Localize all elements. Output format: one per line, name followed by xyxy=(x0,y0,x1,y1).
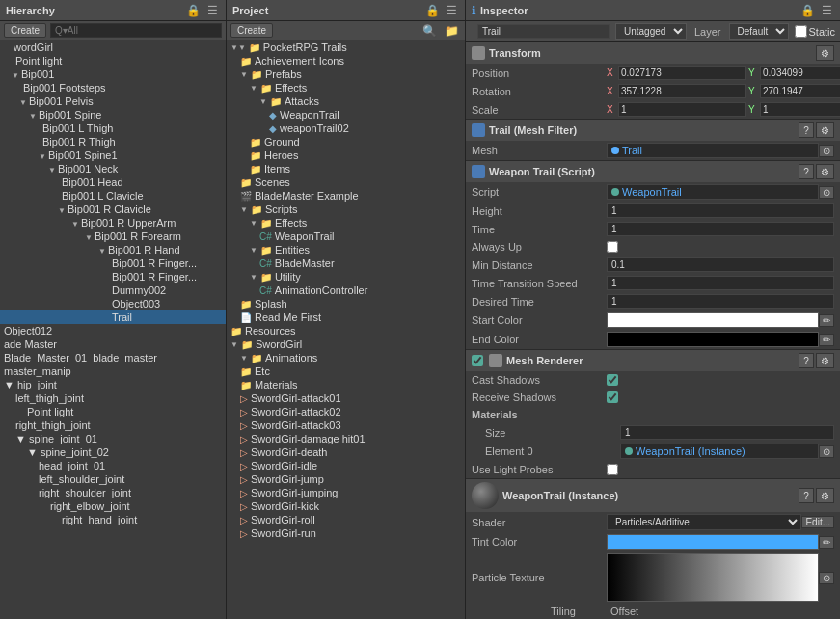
list-item[interactable]: ◆ WeaponTrail xyxy=(227,108,465,121)
list-item[interactable]: Trail xyxy=(0,310,226,324)
height-input[interactable] xyxy=(607,203,834,218)
list-item[interactable]: Bip001 L Thigh xyxy=(0,121,226,135)
list-item[interactable]: ▷ SwordGirl-attack03 xyxy=(227,418,465,432)
mesh-renderer-enabled-checkbox[interactable] xyxy=(472,355,483,366)
mesh-pick-button[interactable]: ⊙ xyxy=(819,145,834,157)
scale-x-input[interactable] xyxy=(618,102,746,117)
list-item[interactable]: Bip001 Neck xyxy=(0,162,226,175)
list-item[interactable]: left_thigh_joint xyxy=(0,391,226,405)
list-item[interactable]: C# AnimationController xyxy=(227,283,465,297)
list-item[interactable]: Bip001 R Clavicle xyxy=(0,202,226,216)
list-item[interactable]: ▷ SwordGirl-attack01 xyxy=(227,391,465,405)
weapon-trail-instance-help-icon[interactable]: ? xyxy=(799,488,814,503)
list-item[interactable]: ▼📁Animations xyxy=(227,351,465,364)
particle-texture-pick-button[interactable]: ⊙ xyxy=(819,572,834,584)
list-item[interactable]: wordGirl xyxy=(0,40,226,54)
list-item[interactable]: 📁Etc xyxy=(227,364,465,378)
list-item[interactable]: Bip001 xyxy=(0,67,226,81)
inspector-menu-icon[interactable]: ☰ xyxy=(820,4,834,17)
trail-mesh-filter-header[interactable]: Trail (Mesh Filter) ? ⚙ xyxy=(466,120,840,141)
scale-y-input[interactable] xyxy=(760,102,840,117)
list-item[interactable]: 📁Ground xyxy=(227,135,465,148)
project-menu-icon[interactable]: ☰ xyxy=(445,4,459,17)
transform-header[interactable]: Transform ⚙ xyxy=(466,42,840,64)
size-input[interactable] xyxy=(620,425,834,440)
list-item[interactable]: Bip001 Head xyxy=(0,175,226,189)
min-distance-input[interactable] xyxy=(607,257,834,272)
list-item[interactable]: ▼📁Prefabs xyxy=(227,67,465,81)
tint-color-pick-button[interactable]: ✏ xyxy=(819,536,834,549)
mesh-value[interactable]: Trail xyxy=(607,143,819,158)
weapon-trail-script-header[interactable]: Weapon Trail (Script) ? ⚙ xyxy=(466,161,840,182)
list-item[interactable]: ▼📁Attacks xyxy=(227,94,465,108)
tag-dropdown[interactable]: Untagged xyxy=(615,23,687,40)
list-item[interactable]: Object012 xyxy=(0,324,226,337)
list-item[interactable]: ▷ SwordGirl-death xyxy=(227,445,465,459)
list-item[interactable]: ▼📁Entities xyxy=(227,243,465,256)
layer-dropdown[interactable]: Default xyxy=(729,23,789,40)
shader-dropdown[interactable]: Particles/Additive xyxy=(607,514,801,530)
script-pick-button[interactable]: ⊙ xyxy=(819,186,834,199)
list-item[interactable]: ▼📁PocketRPG Trails xyxy=(227,40,465,54)
pos-x-input[interactable] xyxy=(618,66,746,80)
hierarchy-lock-icon[interactable]: 🔒 xyxy=(184,4,203,17)
project-search-icon[interactable]: 🔍 xyxy=(420,24,439,38)
receive-shadows-checkbox[interactable] xyxy=(607,391,618,403)
hierarchy-search-input[interactable] xyxy=(50,23,222,38)
weapon-trail-instance-header[interactable]: WeaponTrail (Instance) ? ⚙ xyxy=(466,479,840,512)
rot-x-input[interactable] xyxy=(618,84,746,98)
list-item[interactable]: right_hand_joint xyxy=(0,513,226,526)
particle-texture-preview[interactable] xyxy=(607,553,819,602)
project-create-button[interactable]: Create xyxy=(230,23,273,38)
mesh-renderer-header[interactable]: Mesh Renderer ? ⚙ xyxy=(466,350,840,371)
inspector-lock-icon[interactable]: 🔒 xyxy=(799,4,817,17)
shader-edit-button[interactable]: Edit... xyxy=(801,516,834,528)
list-item[interactable]: Bip001 R Thigh xyxy=(0,135,226,148)
list-item[interactable]: ▷ SwordGirl-jump xyxy=(227,472,465,486)
weapon-trail-settings-icon[interactable]: ⚙ xyxy=(816,164,834,179)
list-item[interactable]: Bip001 Spine xyxy=(0,108,226,121)
list-item[interactable]: ▼ spine_joint_01 xyxy=(0,432,226,445)
trail-mesh-filter-settings-icon[interactable]: ⚙ xyxy=(816,122,834,138)
mesh-renderer-help-icon[interactable]: ? xyxy=(799,353,814,368)
list-item[interactable]: Bip001 R Finger... xyxy=(0,256,226,270)
list-item[interactable]: Bip001 R UpperArm xyxy=(0,216,226,229)
mesh-renderer-settings-icon[interactable]: ⚙ xyxy=(816,353,834,368)
project-folder-icon[interactable]: 📁 xyxy=(443,24,461,38)
list-item[interactable]: ▷ SwordGirl-idle xyxy=(227,459,465,472)
list-item[interactable]: right_thigh_joint xyxy=(0,418,226,432)
list-item[interactable]: Bip001 Spine1 xyxy=(0,148,226,162)
transform-settings-icon[interactable]: ⚙ xyxy=(816,45,834,61)
list-item[interactable]: 📁Materials xyxy=(227,378,465,391)
list-item[interactable]: 📁Achievement Icons xyxy=(227,54,465,67)
list-item[interactable]: ▷ SwordGirl-run xyxy=(227,526,465,540)
list-item[interactable]: ▷ SwordGirl-roll xyxy=(227,513,465,526)
list-item[interactable]: C# WeaponTrail xyxy=(227,229,465,243)
hierarchy-menu-icon[interactable]: ☰ xyxy=(205,4,220,17)
list-item[interactable]: ▼📁Utility xyxy=(227,270,465,283)
list-item[interactable]: ▼📁Effects xyxy=(227,216,465,229)
cast-shadows-checkbox[interactable] xyxy=(607,374,618,386)
list-item[interactable]: 📁Items xyxy=(227,162,465,175)
list-item[interactable]: head_joint_01 xyxy=(0,459,226,472)
list-item[interactable]: 📁Splash xyxy=(227,297,465,310)
list-item[interactable]: Point light xyxy=(0,405,226,418)
start-color-swatch[interactable] xyxy=(607,312,819,328)
trail-mesh-filter-help-icon[interactable]: ? xyxy=(799,122,814,138)
rot-y-input[interactable] xyxy=(760,84,840,98)
time-transition-input[interactable] xyxy=(607,276,834,290)
list-item[interactable]: ▷ SwordGirl-attack02 xyxy=(227,405,465,418)
list-item[interactable]: ▷ SwordGirl-jumping xyxy=(227,486,465,499)
project-lock-icon[interactable]: 🔒 xyxy=(423,4,442,17)
list-item[interactable]: Bip001 Footsteps xyxy=(0,81,226,94)
list-item[interactable]: ▼📁SwordGirl xyxy=(227,337,465,351)
list-item[interactable]: ▼📁Effects xyxy=(227,81,465,94)
list-item[interactable]: Blade_Master_01_blade_master xyxy=(0,351,226,364)
list-item[interactable]: C# BladeMaster xyxy=(227,256,465,270)
list-item[interactable]: left_shoulder_joint xyxy=(0,472,226,486)
list-item[interactable]: ◆ weaponTrail02 xyxy=(227,121,465,135)
start-color-pick-button[interactable]: ✏ xyxy=(819,314,834,327)
list-item[interactable]: right_shoulder_joint xyxy=(0,486,226,499)
always-up-checkbox[interactable] xyxy=(607,241,618,253)
desired-time-input[interactable] xyxy=(607,294,834,309)
